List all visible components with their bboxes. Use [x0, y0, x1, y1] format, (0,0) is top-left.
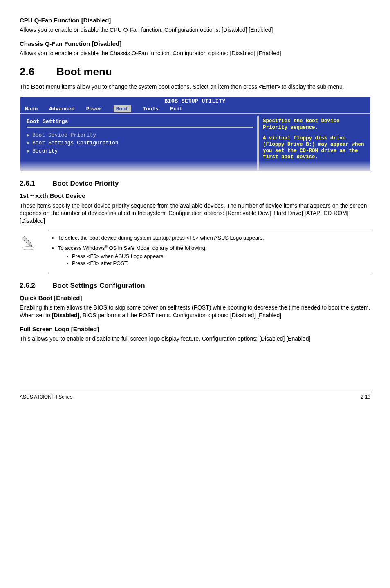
bios-menubar: Main Advanced Power Boot Tools Exit — [20, 105, 370, 114]
note-block: To select the boot device during system … — [20, 231, 370, 273]
heading-number: 2.6 — [20, 65, 56, 79]
bios-title: BIOS SETUP UTILITY — [20, 97, 370, 105]
heading-full-screen-logo: Full Screen Logo [Enabled] — [20, 325, 370, 333]
bios-help-text-1: Specifies the Boot Device Priority seque… — [263, 118, 364, 131]
heading-cpu-qfan: CPU Q-Fan Function [Disabled] — [20, 16, 370, 25]
bios-item-boot-settings-config: ▶Boot Settings Configuration — [27, 139, 253, 147]
heading-title: Boot Device Priority — [52, 180, 119, 187]
note-bullet-2: To access Windows® OS in Safe Mode, do a… — [58, 244, 368, 267]
paragraph-boot-menu-intro: The Boot menu items allow you to change … — [20, 83, 370, 91]
svg-rect-1 — [22, 236, 31, 245]
note-content: To select the boot device during system … — [48, 231, 370, 273]
heading-261: 2.6.1Boot Device Priority — [20, 179, 370, 189]
heading-boot-menu: 2.6Boot menu — [20, 65, 370, 79]
bios-tab-boot: Boot — [114, 105, 131, 113]
paragraph-cpu-qfan: Allows you to enable or disable the CPU … — [20, 26, 370, 34]
bios-item-security: ▶Security — [27, 148, 253, 155]
footer-left: ASUS AT3IONT-I Series — [20, 394, 72, 400]
note-pencil-icon — [20, 231, 48, 253]
triangle-icon: ▶ — [27, 148, 32, 155]
page-footer: ASUS AT3IONT-I Series 2-13 — [20, 392, 370, 400]
bios-tab-advanced: Advanced — [49, 105, 74, 113]
heading-number: 2.6.1 — [20, 179, 52, 189]
paragraph-full-screen-logo: This allows you to enable or disable the… — [20, 335, 370, 343]
bios-left-pane: Boot Settings ▶Boot Device Priority ▶Boo… — [22, 116, 258, 171]
bios-divider — [27, 127, 253, 128]
triangle-icon: ▶ — [27, 139, 32, 147]
paragraph-261: These items specify the boot device prio… — [20, 202, 370, 225]
heading-number: 2.6.2 — [20, 281, 52, 291]
bios-tab-tools: Tools — [143, 105, 159, 113]
heading-title: Boot Settings Configuration — [52, 282, 145, 290]
heading-262: 2.6.2Boot Settings Configuration — [20, 281, 370, 291]
bios-item-boot-device-priority: ▶Boot Device Priority — [27, 132, 253, 139]
bios-tab-power: Power — [86, 105, 102, 113]
bios-screenshot: BIOS SETUP UTILITY Main Advanced Power B… — [20, 97, 370, 171]
note-subbullet-1: Press <F5> when ASUS Logo appears. — [72, 253, 368, 260]
paragraph-quick-boot: Enabling this item allows the BIOS to sk… — [20, 304, 370, 319]
note-subbullet-2: Press <F8> after POST. — [72, 260, 368, 267]
heading-quick-boot: Quick Boot [Enabled] — [20, 294, 370, 302]
heading-1st-boot-device: 1st ~ xxth Boot Device — [20, 192, 370, 200]
bios-tab-main: Main — [25, 105, 38, 113]
bios-left-heading: Boot Settings — [27, 118, 253, 126]
svg-point-0 — [22, 247, 34, 250]
triangle-icon: ▶ — [27, 132, 32, 139]
bios-tab-exit: Exit — [170, 105, 183, 113]
heading-title: Boot menu — [56, 65, 112, 78]
heading-chassis-qfan: Chassis Q-Fan Function [Disabled] — [20, 40, 370, 48]
bios-help-text-2: A virtual floppy disk drive (Floppy Driv… — [263, 135, 364, 161]
paragraph-chassis-qfan: Allows you to enable or disable the Chas… — [20, 49, 370, 57]
bios-right-pane: Specifies the Boot Device Priority seque… — [258, 116, 368, 171]
footer-page-number: 2-13 — [361, 394, 370, 400]
note-bullet-1: To select the boot device during system … — [58, 234, 368, 242]
